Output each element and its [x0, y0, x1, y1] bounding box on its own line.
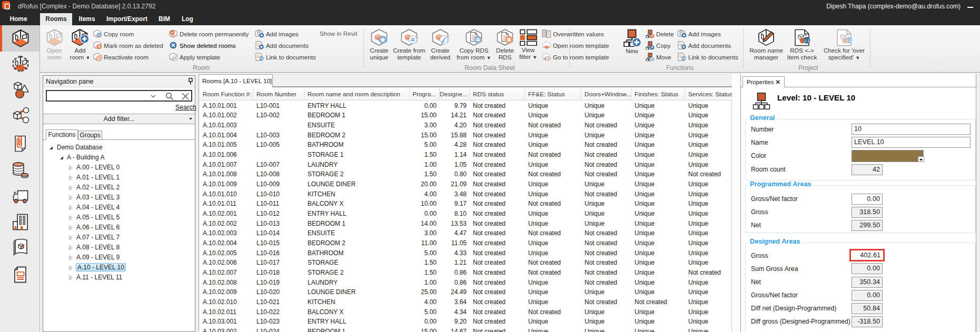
svg-text:1:1: 1:1 [846, 38, 852, 43]
svg-text:1:1: 1:1 [804, 38, 810, 43]
